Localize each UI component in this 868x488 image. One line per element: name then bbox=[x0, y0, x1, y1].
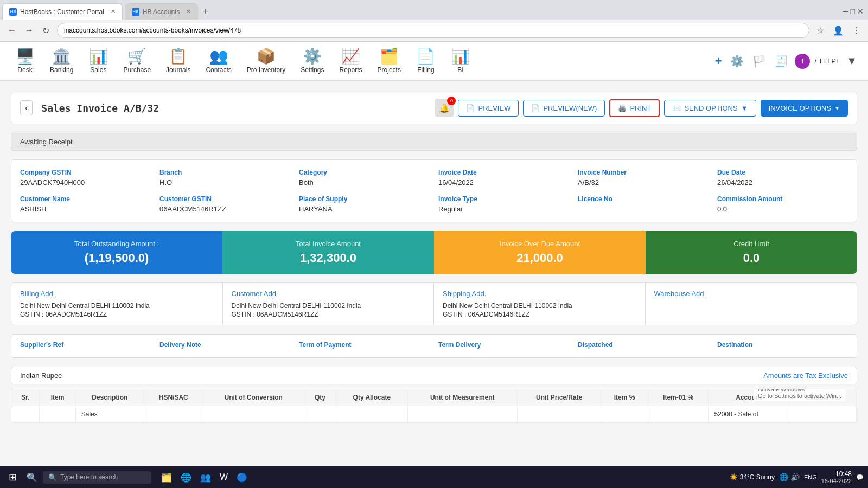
tab-1-label: HostBooks : Customer Portal bbox=[20, 8, 104, 16]
cell-sr bbox=[11, 406, 40, 423]
add-button[interactable]: + bbox=[713, 52, 724, 70]
tab-1[interactable]: HB HostBooks : Customer Portal ✕ bbox=[2, 3, 123, 20]
nav-item-purchase[interactable]: 🛒 Purchase bbox=[117, 44, 157, 78]
settings-browser-button[interactable]: ⋮ bbox=[850, 24, 864, 37]
send-options-button[interactable]: ✉️ SEND OPTIONS ▼ bbox=[664, 100, 756, 117]
customer-gstin-value: 06AADCM5146R1ZZ bbox=[159, 205, 226, 213]
place-of-supply-label: Place of Supply bbox=[299, 195, 430, 203]
close-window-button[interactable]: ✕ bbox=[857, 7, 864, 16]
flag-button[interactable]: 🏳️ bbox=[750, 53, 768, 70]
tab-1-close[interactable]: ✕ bbox=[111, 8, 116, 15]
term-delivery-label: Term Delivery bbox=[438, 341, 569, 349]
customer-address-card: Customer Add. Delhi New Delhi Central DE… bbox=[223, 283, 435, 325]
banking-icon: 🏛️ bbox=[52, 49, 71, 64]
cell-description: Sales bbox=[75, 406, 144, 423]
preview-new-icon: 📄 bbox=[531, 104, 540, 112]
preview-new-label: PREVIEW(NEW) bbox=[543, 104, 597, 112]
nav-item-desk[interactable]: 🖥️ Desk bbox=[9, 44, 41, 78]
invoice-options-label: INVOICE OPTIONS bbox=[769, 104, 832, 112]
expand-button[interactable]: ▼ bbox=[844, 53, 859, 69]
customer-gstin-field: Customer GSTIN 06AADCM5146R1ZZ bbox=[159, 195, 290, 213]
nav-item-journals[interactable]: 📋 Journals bbox=[159, 44, 197, 78]
status-label: Awaiting Receipt bbox=[20, 138, 73, 146]
col-item01-pct: Item-01 % bbox=[648, 389, 709, 406]
activate-windows-line1: Activate Windows bbox=[758, 389, 841, 393]
invoice-options-button[interactable]: INVOICE OPTIONS ▼ bbox=[761, 100, 848, 117]
main-content: ‹ Sales Invoice A/B/32 🔔 0 📄 PREVIEW 📄 P… bbox=[0, 81, 868, 467]
preview-icon: 📄 bbox=[466, 104, 475, 112]
invoice-date-field: Invoice Date 16/04/2022 bbox=[438, 169, 569, 187]
preview-button[interactable]: 📄 PREVIEW bbox=[458, 100, 519, 117]
overdue-amount-value: 21,000.0 bbox=[516, 251, 563, 265]
preview-new-button[interactable]: 📄 PREVIEW(NEW) bbox=[523, 100, 605, 117]
col-qty: Qty bbox=[304, 389, 336, 406]
invoice-date-value: 16/04/2022 bbox=[438, 178, 474, 187]
shipping-address-title[interactable]: Shipping Add. bbox=[443, 290, 636, 298]
settings-gear-button[interactable]: ⚙️ bbox=[728, 53, 746, 70]
address-input[interactable] bbox=[57, 23, 809, 38]
purchase-icon: 🛒 bbox=[127, 49, 146, 64]
commission-amount-field: Commission Amount 0.0 bbox=[717, 195, 848, 213]
pro-inventory-label: Pro Inventory bbox=[247, 66, 285, 74]
purchase-label: Purchase bbox=[123, 66, 151, 74]
currency-row: Indian Rupee Amounts are Tax Exclusive bbox=[11, 367, 857, 384]
customer-address-text: Delhi New Delhi Central DELHI 110002 Ind… bbox=[232, 301, 425, 311]
nav-item-banking[interactable]: 🏛️ Banking bbox=[43, 44, 80, 78]
cell-item01-pct bbox=[648, 406, 709, 423]
shipping-address-card: Shipping Add. Delhi New Delhi Central DE… bbox=[434, 283, 646, 325]
forward-nav-button[interactable]: → bbox=[22, 24, 37, 37]
nav-item-filling[interactable]: 📄 Filling bbox=[410, 44, 442, 78]
print-button[interactable]: 🖨️ PRINT bbox=[609, 99, 660, 117]
tab-2[interactable]: HB HB Accounts ✕ bbox=[125, 3, 199, 20]
amounts-row: Total Outstanding Amount : (1,19,500.0) … bbox=[11, 231, 857, 274]
nav-item-contacts[interactable]: 👥 Contacts bbox=[199, 44, 238, 78]
send-options-label: SEND OPTIONS bbox=[684, 104, 737, 112]
customer-address-title[interactable]: Customer Add. bbox=[232, 290, 425, 298]
back-button[interactable]: ‹ bbox=[20, 100, 33, 115]
nav-item-settings[interactable]: ⚙️ Settings bbox=[294, 44, 330, 78]
cell-item-pct bbox=[601, 406, 648, 423]
tab-bar: HB HostBooks : Customer Portal ✕ HB HB A… bbox=[0, 0, 868, 20]
nav-item-sales[interactable]: 📊 Sales bbox=[82, 44, 114, 78]
company-gstin-field: Company GSTIN 29AADCK7940H000 bbox=[20, 169, 151, 187]
bookmark-button[interactable]: ☆ bbox=[814, 24, 827, 37]
dispatched-label: Dispatched bbox=[578, 341, 709, 349]
bi-label: BI bbox=[457, 66, 463, 74]
maximize-button[interactable]: □ bbox=[851, 7, 855, 16]
nav-item-bi[interactable]: 📊 BI bbox=[444, 44, 477, 78]
nav-item-reports[interactable]: 📈 Reports bbox=[333, 44, 369, 78]
back-nav-button[interactable]: ← bbox=[4, 24, 20, 37]
notification-button[interactable]: 🔔 0 bbox=[435, 99, 454, 117]
billing-address-gstin: GSTIN : 06AADCM5146R1ZZ bbox=[20, 311, 214, 318]
items-table: Sr. Item Description HSN/SAC Unit of Con… bbox=[11, 389, 857, 423]
branch-field: Branch H.O bbox=[159, 169, 290, 187]
cell-unit-price bbox=[518, 406, 601, 423]
toolbar-right: 🔔 0 📄 PREVIEW 📄 PREVIEW(NEW) 🖨️ PRINT ✉️… bbox=[435, 99, 848, 117]
warehouse-address-title[interactable]: Warehouse Add. bbox=[654, 290, 848, 298]
journals-label: Journals bbox=[166, 66, 190, 74]
invoice-amount-value: 1,32,300.0 bbox=[300, 251, 356, 265]
refresh-button[interactable]: ↻ bbox=[39, 24, 53, 37]
minimize-button[interactable]: ─ bbox=[843, 7, 848, 16]
credit-limit-card: Credit Limit 0.0 bbox=[646, 231, 857, 274]
cell-qty bbox=[304, 406, 336, 423]
desk-icon: 🖥️ bbox=[16, 49, 35, 64]
new-tab-button[interactable]: + bbox=[198, 6, 213, 17]
credit-limit-value: 0.0 bbox=[743, 251, 760, 265]
supplier-ref-field: Supplier's Ref bbox=[20, 341, 151, 351]
invoice-table: Sr. Item Description HSN/SAC Unit of Con… bbox=[11, 389, 857, 423]
tab-2-close[interactable]: ✕ bbox=[186, 8, 191, 15]
bi-icon: 📊 bbox=[451, 49, 470, 64]
nav-item-pro-inventory[interactable]: 📦 Pro Inventory bbox=[240, 44, 292, 78]
billing-address-title[interactable]: Billing Add. bbox=[20, 290, 214, 298]
receipt-button[interactable]: 🧾 bbox=[773, 53, 790, 70]
taskbar: ⊞ 🔍 🔍 🗂️ 🌐 👥 W 🔵 ☀️ 34°C Sunny 🌐 🔊 ENG 1… bbox=[0, 466, 868, 467]
col-uoc: Unit of Conversion bbox=[203, 389, 304, 406]
due-date-label: Due Date bbox=[717, 169, 848, 176]
nav-item-projects[interactable]: 🗂️ Projects bbox=[371, 44, 407, 78]
delivery-note-field: Delivery Note bbox=[159, 341, 290, 351]
commission-amount-value: 0.0 bbox=[717, 205, 727, 213]
profile-button[interactable]: 👤 bbox=[830, 24, 846, 37]
preview-label: PREVIEW bbox=[478, 104, 510, 112]
contacts-label: Contacts bbox=[206, 66, 231, 74]
